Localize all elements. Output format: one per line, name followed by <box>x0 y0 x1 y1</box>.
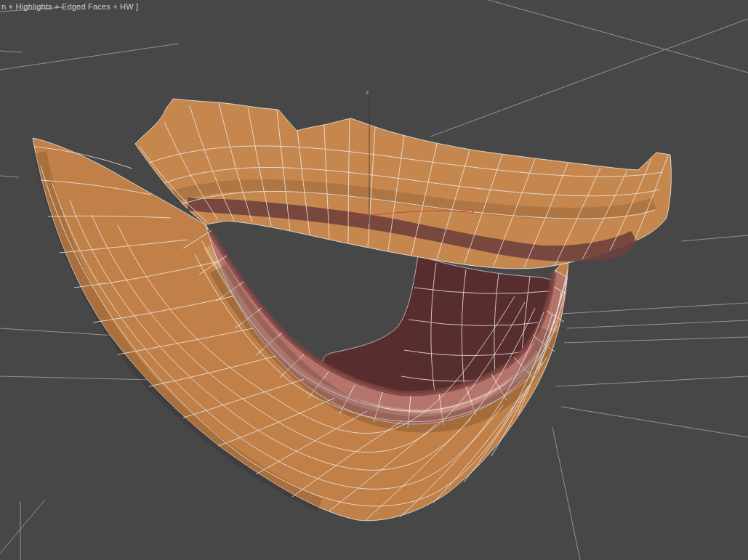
viewport-shading-label[interactable]: n + Highlights + Edged Faces + HW ] <box>1 2 138 11</box>
gizmo-x-axis-label: x <box>471 208 475 215</box>
gizmo-z-axis-label: z <box>366 89 369 96</box>
viewport-3d[interactable]: n + Highlights + Edged Faces + HW ] <box>0 0 748 560</box>
viewport-canvas[interactable]: z x <box>0 0 748 560</box>
